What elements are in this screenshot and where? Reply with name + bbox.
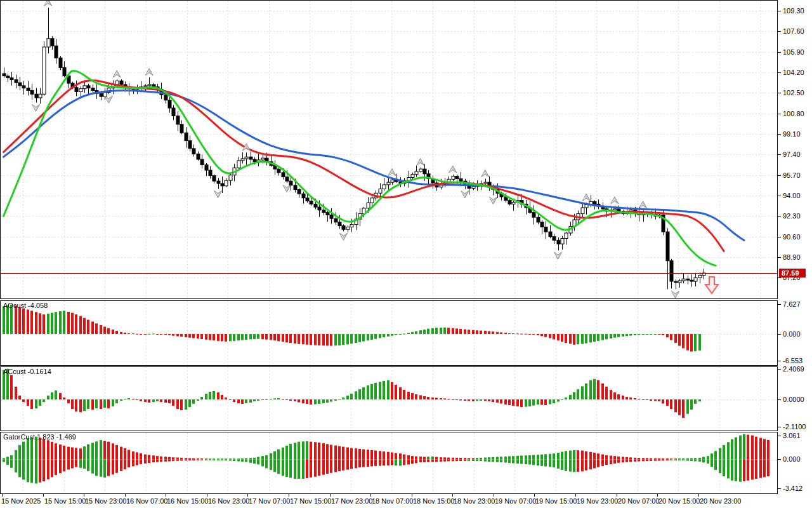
time-tick-label: 15 Nov 2025 [1,497,41,505]
time-tick-mark [534,494,535,497]
axis-tick-mark [778,459,781,460]
ao-tick-label: -6.553 [783,358,802,364]
axis-tick-mark [778,436,781,436]
time-tick-mark [125,494,126,497]
axis-tick-mark [778,154,781,155]
axis-tick-mark [778,11,781,11]
axis-tick-mark [778,216,781,217]
sell-signal-arrow-icon[interactable] [704,276,719,295]
price-tick-label: 92.30 [783,213,801,220]
ao-tick-label: 0.000 [783,331,801,338]
time-tick-label: 17 Nov 23:00 [331,497,372,505]
price-tick-label: 102.50 [783,90,804,97]
axis-tick-mark [778,196,781,196]
price-tick-label: 109.30 [783,8,804,15]
time-tick-label: 18 Nov 23:00 [454,497,495,505]
ac-tick-label: -2.1100 [783,424,806,431]
price-tick-label: 105.90 [783,49,804,56]
axis-tick-mark [778,399,781,400]
time-tick-label: 16 Nov 15:00 [167,497,208,505]
ao-tick-label: 7.627 [783,301,801,308]
time-tick-mark [657,494,658,497]
ac-tick-label: 0.0000 [783,396,804,403]
time-tick-mark [452,494,453,497]
axis-tick-mark [778,361,781,361]
price-tick-label: 99.10 [783,131,801,138]
time-tick-mark [494,494,494,497]
time-tick-label: 16 Nov 23:00 [208,497,249,505]
current-price-label: 87.59 [779,269,806,277]
time-tick-mark [575,494,576,497]
axis-tick-mark [778,488,781,489]
main-chart-panel[interactable] [0,0,778,299]
time-tick-label: 19 Nov 15:00 [535,497,577,505]
candlestick-canvas[interactable] [1,1,777,298]
gator-tick-label: -3.412 [783,485,802,492]
axis-tick-mark [778,31,781,32]
gator-indicator-label: GatorCust 1.823 -1.469 [3,433,76,441]
ac-histogram-canvas[interactable] [1,367,777,431]
axis-tick-mark [778,114,781,114]
axis-tick-mark [778,52,781,53]
price-axis[interactable]: 87.59 109.30107.60105.90104.20102.50100.… [778,0,812,494]
time-tick-mark [289,494,289,497]
axis-tick-mark [778,257,781,258]
time-tick-label: 18 Nov 07:00 [372,497,413,505]
time-tick-label: 17 Nov 15:00 [290,497,331,505]
time-tick-mark [247,494,248,497]
gator-tick-label: 3.061 [783,432,801,439]
time-tick-label: 20 Nov 23:00 [700,497,741,505]
price-tick-label: 107.60 [783,28,804,35]
gator-histogram-canvas[interactable] [1,432,777,493]
price-tick-label: 104.20 [783,69,804,76]
axis-tick-mark [778,93,781,93]
axis-tick-mark [778,304,781,305]
price-tick-label: 95.70 [783,172,801,179]
time-tick-mark [2,494,3,497]
time-tick-mark [617,494,617,497]
time-tick-label: 16 Nov 07:00 [126,497,167,505]
axis-tick-mark [778,72,781,73]
ac-indicator-panel[interactable]: ACcust -0.1614 [0,366,778,431]
time-tick-mark [330,494,331,497]
price-tick-label: 90.60 [783,234,801,241]
time-tick-label: 20 Nov 15:00 [658,497,700,505]
axis-tick-mark [778,134,781,135]
time-tick-mark [698,494,699,497]
price-tick-label: 97.40 [783,151,801,158]
axis-tick-mark [778,277,781,278]
time-tick-label: 15 Nov 15:00 [44,497,86,505]
time-tick-label: 20 Nov 07:00 [618,497,659,505]
time-tick-mark [43,494,44,497]
axis-tick-mark [778,237,781,237]
time-tick-label: 18 Nov 15:00 [413,497,454,505]
time-axis[interactable]: 15 Nov 202515 Nov 15:0015 Nov 23:0016 No… [0,494,812,508]
gator-indicator-panel[interactable]: GatorCust 1.823 -1.469 [0,432,778,494]
time-tick-mark [166,494,166,497]
gator-tick-label: 0.000 [783,456,801,463]
ac-indicator-label: ACcust -0.1614 [3,368,51,375]
time-tick-label: 19 Nov 23:00 [577,497,618,505]
trading-chart-window: AOcust -4.058 ACcust -0.1614 GatorCust 1… [0,0,812,508]
axis-tick-mark [778,334,781,335]
time-tick-mark [370,494,371,497]
time-tick-label: 17 Nov 07:00 [249,497,290,505]
ao-indicator-label: AOcust -4.058 [3,302,48,309]
price-tick-label: 88.90 [783,254,801,261]
time-tick-mark [207,494,207,497]
time-tick-mark [84,494,84,497]
axis-tick-mark [778,175,781,176]
axis-tick-mark [778,369,781,370]
ac-tick-label: 2.4069 [783,366,804,373]
ao-histogram-canvas[interactable] [1,301,777,365]
axis-tick-mark [778,427,781,427]
price-tick-label: 94.00 [783,192,801,199]
price-tick-label: 100.80 [783,110,804,117]
time-tick-label: 15 Nov 23:00 [85,497,126,505]
ao-indicator-panel[interactable]: AOcust -4.058 [0,300,778,366]
time-tick-mark [412,494,412,497]
time-tick-label: 19 Nov 07:00 [495,497,536,505]
